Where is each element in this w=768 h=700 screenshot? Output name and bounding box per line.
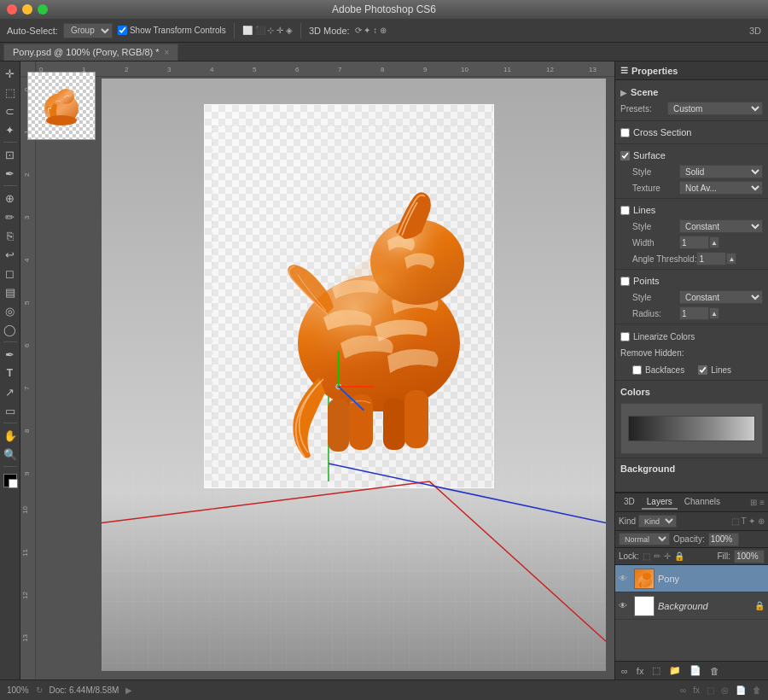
svg-rect-0 (20, 61, 614, 77)
surface-checkbox[interactable] (620, 151, 630, 160)
maximize-button[interactable] (38, 4, 48, 15)
zoom-icon[interactable]: ↻ (36, 685, 43, 695)
blend-mode-dropdown[interactable]: Normal (619, 533, 670, 545)
lines-width-input[interactable] (679, 236, 709, 249)
fill-input[interactable] (734, 550, 765, 563)
svg-rect-16 (20, 61, 36, 680)
lock-all-icon[interactable]: ⬚ (643, 551, 650, 561)
layer-pony-name: Pony (658, 574, 765, 584)
shape-tool[interactable]: ▭ (2, 402, 19, 419)
points-style-select[interactable]: Constant (679, 290, 763, 304)
pen-tool[interactable]: ✒ (2, 346, 19, 363)
status-layers-icon[interactable]: 📄 (736, 685, 746, 695)
lock-move-icon[interactable]: ✛ (664, 551, 671, 561)
dodge-tool[interactable]: ◯ (2, 321, 19, 338)
layer-pony-eye[interactable]: 👁 (619, 574, 631, 583)
left-toolbar: ✛ ⬚ ⊂ ✦ ⊡ ✒ ⊕ ✏ ⎘ ↩ ◻ ▤ ◎ ◯ ✒ T ↗ ▭ ✋ 🔍 (0, 61, 20, 680)
show-transform-checkbox[interactable] (118, 26, 127, 35)
layers-panel-menu[interactable]: ≡ (759, 498, 765, 507)
cross-section-checkbox[interactable] (620, 128, 630, 137)
points-radius-label: Radius: (632, 309, 679, 318)
layers-mask-btn[interactable]: ⬚ (649, 665, 663, 676)
lines-width-label: Width (632, 238, 679, 248)
status-arrow[interactable]: ▶ (125, 685, 132, 695)
lines-width-up[interactable]: ▲ (709, 236, 719, 248)
surface-texture-select[interactable]: Not Av... (679, 181, 763, 195)
opacity-input[interactable] (708, 533, 739, 546)
lines-checkbox[interactable] (620, 206, 630, 215)
lines-angle-input[interactable] (696, 252, 726, 265)
layers-new-btn[interactable]: 📄 (687, 665, 704, 676)
layers-panel-icons: ⊞ ≡ (750, 498, 765, 507)
thumbnail-pony-preview (38, 85, 85, 127)
show-transform-label[interactable]: Show Transform Controls (118, 26, 226, 35)
zoom-tool[interactable]: 🔍 (2, 446, 19, 463)
canvas-viewport[interactable] (102, 79, 606, 671)
layers-group-btn[interactable]: 📁 (666, 665, 684, 676)
layers-link-btn[interactable]: ∞ (619, 666, 631, 676)
points-checkbox[interactable] (620, 277, 630, 286)
select-rect-tool[interactable]: ⬚ (2, 84, 19, 101)
fill-label: Fill: (717, 551, 730, 561)
magic-wand-tool[interactable]: ✦ (2, 121, 19, 138)
status-group-icon[interactable]: ◎ (721, 685, 729, 695)
status-fx-icon: fx (693, 685, 700, 695)
options-section: Linearize Colors Remove Hidden: Backface… (615, 324, 768, 381)
gradient-tool[interactable]: ▤ (2, 283, 19, 300)
presets-select[interactable]: Custom (667, 102, 763, 115)
kind-dropdown[interactable]: Kind (638, 515, 677, 528)
foreground-color[interactable] (3, 474, 17, 487)
status-bar: 100% ↻ Doc: 6.44M/8.58M ▶ ∞ fx ⬚ ◎ 📄 🗑 (0, 680, 768, 700)
surface-style-select[interactable]: Solid (679, 165, 763, 178)
tab-layers[interactable]: Layers (642, 495, 678, 510)
eraser-tool[interactable]: ◻ (2, 265, 19, 282)
lines-check-checkbox[interactable] (698, 365, 707, 375)
auto-select-dropdown[interactable]: Group (63, 23, 113, 38)
hand-tool[interactable]: ✋ (2, 427, 19, 444)
type-tool[interactable]: T (2, 365, 19, 382)
layer-pony[interactable]: 👁 (615, 565, 768, 592)
path-select-tool[interactable]: ↗ (2, 383, 19, 400)
layers-delete-btn[interactable]: 🗑 (707, 666, 722, 676)
minimize-button[interactable] (22, 4, 32, 15)
lines-section: Lines Style Constant Width ▲ Angle Thres… (615, 199, 768, 270)
lines-angle-up[interactable]: ▲ (726, 253, 736, 265)
svg-text:7: 7 (23, 386, 31, 390)
status-trash-icon[interactable]: 🗑 (753, 685, 761, 695)
pony-sculpture (255, 147, 494, 471)
eyedropper-tool[interactable]: ✒ (2, 165, 19, 182)
clone-tool[interactable]: ⎘ (2, 227, 19, 244)
close-button[interactable] (7, 4, 17, 15)
lines-style-select[interactable]: Constant (679, 219, 763, 233)
svg-text:2: 2 (23, 172, 31, 177)
status-mask-icon[interactable]: ⬚ (707, 685, 714, 695)
layer-background[interactable]: 👁 Background 🔒 (615, 592, 768, 620)
background-color[interactable] (9, 479, 18, 488)
layers-fx-btn[interactable]: fx (634, 666, 647, 676)
lasso-tool[interactable]: ⊂ (2, 102, 19, 120)
tab-3d[interactable]: 3D (619, 495, 640, 510)
blur-tool[interactable]: ◎ (2, 302, 19, 319)
lock-all-btn[interactable]: 🔒 (674, 551, 684, 561)
doc-size: Doc: 6.44M/8.58M (49, 685, 119, 695)
backfaces-checkbox[interactable] (632, 365, 642, 375)
window-controls[interactable] (7, 4, 48, 15)
brush-tool[interactable]: ✏ (2, 208, 19, 225)
scene-arrow[interactable]: ▶ (620, 88, 627, 97)
move-tool[interactable]: ✛ (2, 65, 19, 82)
document-tab[interactable]: Pony.psd @ 100% (Pony, RGB/8) * × (3, 44, 178, 61)
tab-channels[interactable]: Channels (679, 495, 725, 510)
status-link-icon[interactable]: ∞ (680, 685, 686, 695)
points-radius-input[interactable] (679, 306, 709, 320)
healing-tool[interactable]: ⊕ (2, 190, 19, 207)
tab-close-button[interactable]: × (165, 48, 170, 57)
lock-draw-icon[interactable]: ✏ (654, 551, 660, 561)
layers-panel: 3D Layers Channels ⊞ ≡ Kind Kind ⬚ T ✦ ⊕ (615, 492, 768, 680)
crop-tool[interactable]: ⊡ (2, 146, 19, 163)
layers-panel-search[interactable]: ⊞ (750, 498, 757, 507)
points-radius-up[interactable]: ▲ (709, 307, 719, 319)
svg-line-42 (102, 481, 429, 523)
linearize-checkbox[interactable] (620, 332, 630, 341)
layer-background-eye[interactable]: 👁 (619, 601, 631, 610)
history-tool[interactable]: ↩ (2, 246, 19, 263)
